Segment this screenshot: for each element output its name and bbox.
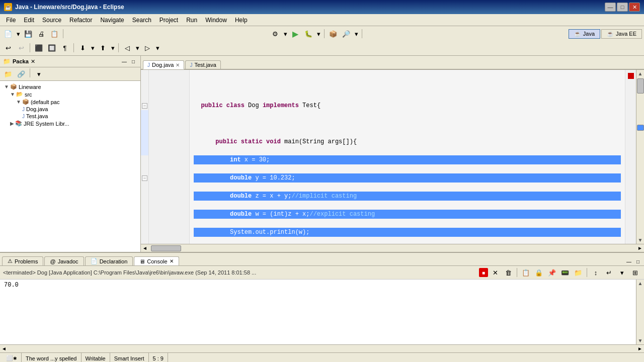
- tab-declaration[interactable]: 📄 Declaration: [85, 256, 133, 265]
- search-dropdown[interactable]: ▾: [353, 28, 359, 39]
- scroll-thumb[interactable]: [637, 78, 644, 94]
- menu-source[interactable]: Source: [38, 16, 65, 25]
- bottom-minimize-button[interactable]: —: [625, 257, 633, 265]
- new-button[interactable]: 📄: [2, 28, 14, 39]
- show-whitespace-button[interactable]: ¶: [59, 42, 71, 53]
- forward-dropdown[interactable]: ▾: [154, 42, 160, 53]
- console-scroll-up[interactable]: ▲: [637, 280, 644, 287]
- prev-annotation-button[interactable]: ⬇: [76, 42, 89, 53]
- minimize-button[interactable]: —: [605, 3, 616, 12]
- bottom-maximize-button[interactable]: □: [634, 257, 642, 265]
- tab-console[interactable]: 🖥 Console ✕: [134, 256, 179, 265]
- next-annotation-button[interactable]: ⬆: [97, 42, 109, 53]
- scroll-thumb-highlight[interactable]: [637, 125, 644, 131]
- menu-help[interactable]: Help: [231, 16, 252, 25]
- dog-java-tab-close[interactable]: ✕: [176, 62, 180, 68]
- console-close-icon[interactable]: ✕: [170, 258, 174, 264]
- sidebar-close-icon[interactable]: ✕: [31, 58, 35, 65]
- tree-item-test-java[interactable]: J Test.java: [0, 113, 140, 120]
- scroll-up-arrow[interactable]: ▲: [637, 70, 644, 77]
- back-button[interactable]: ◁: [121, 42, 133, 53]
- tree-item-lineware[interactable]: ▼ 📦 Lineware: [0, 83, 140, 90]
- back-dropdown[interactable]: ▾: [134, 42, 140, 53]
- menu-navigate[interactable]: Navigate: [96, 16, 128, 25]
- print-button[interactable]: 🖨: [35, 28, 47, 39]
- undo-button[interactable]: ↩: [2, 42, 14, 53]
- tab-test-java[interactable]: J Test.java: [185, 60, 220, 69]
- tree-item-jre[interactable]: ▶ 📚 JRE System Libr...: [0, 120, 140, 127]
- maximize-button[interactable]: □: [617, 3, 628, 12]
- debug-button[interactable]: 🐛: [302, 28, 314, 39]
- prev-annotation-dropdown[interactable]: ▾: [90, 42, 96, 53]
- gutter-fold-main[interactable]: −: [142, 101, 147, 110]
- previous-edit-button[interactable]: ⬛: [33, 42, 45, 53]
- forward-button[interactable]: ▷: [141, 42, 153, 53]
- terminate-button[interactable]: ■: [479, 268, 488, 277]
- expand-console-button[interactable]: ⊞: [629, 267, 641, 278]
- console-hscroll-right[interactable]: ►: [636, 346, 644, 351]
- build-dropdown[interactable]: ▾: [282, 28, 288, 39]
- gutter-fold-2[interactable]: −: [142, 173, 147, 183]
- javaee-perspective-button[interactable]: ☕ Java EE: [601, 29, 642, 39]
- search-button[interactable]: 🔎: [340, 28, 352, 39]
- console-scroll-down[interactable]: ▼: [637, 337, 644, 344]
- status-insert-mode: Smart Insert: [114, 355, 144, 361]
- lock-console-button[interactable]: 🔒: [533, 267, 545, 278]
- tree-item-src[interactable]: ▼ 📂 src: [0, 90, 140, 98]
- menu-run[interactable]: Run: [182, 16, 201, 25]
- word-wrap-button[interactable]: ↵: [603, 267, 615, 278]
- sidebar-menu-button[interactable]: ▾: [33, 68, 45, 79]
- copy-output-button[interactable]: 📋: [520, 267, 532, 278]
- fold-minus-icon-2[interactable]: −: [142, 175, 147, 181]
- hscroll-right-arrow[interactable]: ►: [636, 245, 644, 251]
- console-vscroll[interactable]: ▲ ▼: [636, 280, 644, 344]
- menu-refactor[interactable]: Refactor: [65, 16, 96, 25]
- clear-console-button[interactable]: 🗑: [502, 267, 514, 278]
- link-editor-button[interactable]: 🔗: [15, 68, 27, 79]
- horizontal-scrollbar[interactable]: ◄ ►: [141, 244, 644, 252]
- menu-edit[interactable]: Edit: [20, 16, 38, 25]
- declaration-label: Declaration: [100, 258, 128, 264]
- history-button[interactable]: 📋: [48, 28, 60, 39]
- console-menu-button[interactable]: ▾: [616, 267, 628, 278]
- menu-file[interactable]: File: [2, 16, 20, 25]
- debug-dropdown[interactable]: ▾: [315, 28, 321, 39]
- tab-javadoc[interactable]: @ Javadoc: [44, 256, 84, 265]
- scroll-lock-button[interactable]: ↕: [590, 267, 602, 278]
- redo-button[interactable]: ↩: [15, 42, 27, 53]
- scroll-down-arrow[interactable]: ▼: [637, 236, 644, 244]
- menu-window[interactable]: Window: [201, 16, 231, 25]
- console-output[interactable]: 70.0: [0, 280, 636, 344]
- new-console-button[interactable]: 📟: [559, 267, 571, 278]
- tab-problems[interactable]: ⚠ Problems: [2, 256, 43, 265]
- menu-project[interactable]: Project: [155, 16, 182, 25]
- toggle-button[interactable]: 🔲: [46, 42, 58, 53]
- next-annotation-dropdown[interactable]: ▾: [110, 42, 116, 53]
- console-hscroll-left[interactable]: ◄: [0, 346, 8, 351]
- open-file-button[interactable]: 📁: [572, 267, 584, 278]
- build-button[interactable]: ⚙: [269, 28, 281, 39]
- code-content[interactable]: public class Dog implements Test{ public…: [190, 70, 625, 244]
- vertical-scrollbar[interactable]: ▲ ▼: [636, 70, 644, 244]
- open-type-button[interactable]: 📦: [327, 28, 339, 39]
- close-button[interactable]: ✕: [629, 3, 640, 12]
- sidebar-maximize-button[interactable]: □: [129, 57, 137, 65]
- remove-launch-button[interactable]: ✕: [489, 267, 501, 278]
- sidebar-minimize-button[interactable]: —: [120, 57, 128, 65]
- collapse-all-button[interactable]: 📁: [2, 68, 14, 79]
- tab-dog-java[interactable]: J Dog.java ✕: [143, 60, 184, 69]
- hscroll-left-arrow[interactable]: ◄: [141, 245, 149, 251]
- fold-minus-icon[interactable]: −: [142, 103, 147, 109]
- save-button[interactable]: 💾: [22, 28, 34, 39]
- tree-item-dog-java[interactable]: J Dog.java: [0, 106, 140, 113]
- new-dropdown[interactable]: ▾: [15, 28, 21, 39]
- overview-ruler-icon[interactable]: [628, 73, 634, 79]
- tree-item-default-package[interactable]: ▼ 📦 (default pac: [0, 98, 140, 106]
- menu-search[interactable]: Search: [128, 16, 155, 25]
- pin-console-button[interactable]: 📌: [546, 267, 558, 278]
- run-button[interactable]: ▶: [289, 28, 301, 39]
- java-perspective-button[interactable]: ☕ Java: [569, 29, 600, 39]
- hscroll-thumb[interactable]: [151, 245, 181, 251]
- console-hscroll[interactable]: ◄ ►: [0, 344, 644, 352]
- editor-right-icons: [625, 70, 636, 244]
